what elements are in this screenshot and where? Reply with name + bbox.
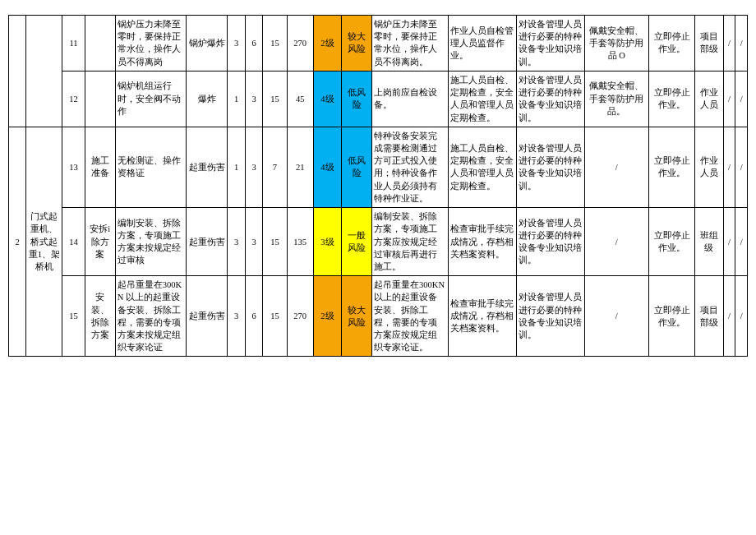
extra-cell-1: / <box>723 208 735 276</box>
inner-seq: 14 <box>62 208 85 276</box>
training-measure: 对设备管理人员进行必要的特种设备专业知识培训。 <box>516 71 584 127</box>
inner-seq: 11 <box>62 16 85 71</box>
val-l: 3 <box>228 276 245 357</box>
stage-cell: 安拆i除方案 <box>85 208 115 276</box>
inner-seq: 15 <box>62 276 85 357</box>
risk-level: 3级 <box>313 208 341 276</box>
val-e: 3 <box>245 71 262 127</box>
emergency-cell: 立即停止作业。 <box>648 276 695 357</box>
table-row: 12锅炉机组运行时，安全阀不动作爆炸1315454级低风险上岗前应自检设备。施工… <box>9 71 748 127</box>
risk-class: 一般风险 <box>341 208 371 276</box>
training-measure: 对设备管理人员进行必要的特种设备专业知识培训。 <box>516 16 584 71</box>
risk-level: 2级 <box>313 276 341 357</box>
responsibility-cell: 作业人员 <box>695 127 723 207</box>
risk-class: 较大风险 <box>341 16 371 71</box>
val-c: 15 <box>263 208 287 276</box>
hazard-desc: 无检测证、操作资格证 <box>115 127 186 207</box>
val-c: 15 <box>263 16 287 71</box>
mgmt-measure: 检查审批手续完成情况，存档相关档案资料。 <box>448 208 516 276</box>
val-l: 3 <box>228 16 245 71</box>
extra-cell-1: / <box>723 276 735 357</box>
val-c: 15 <box>263 276 287 357</box>
risk-level: 2级 <box>313 16 341 71</box>
group-seq-cell: 2 <box>9 127 26 357</box>
responsibility-cell: 项目部级 <box>695 276 723 357</box>
ppe-cell: / <box>584 208 648 276</box>
stage-cell <box>85 71 115 127</box>
table-row: 2门式起重机、桥式起重1、架桥机13施工准备无检测证、操作资格证起重伤害1372… <box>9 127 748 207</box>
ppe-cell: / <box>584 127 648 207</box>
inner-seq: 12 <box>62 71 85 127</box>
val-d: 135 <box>287 208 313 276</box>
risk-level: 4级 <box>313 127 341 207</box>
stage-cell <box>85 16 115 71</box>
accident-type: 爆炸 <box>186 71 228 127</box>
group-seq-cell <box>9 16 26 127</box>
accident-type: 锅炉爆炸 <box>186 16 228 71</box>
extra-cell-2: / <box>735 71 748 127</box>
emergency-cell: 立即停止作业。 <box>648 71 695 127</box>
extra-cell-1: / <box>723 71 735 127</box>
accident-type: 起重伤害 <box>186 276 228 357</box>
accident-type: 起重伤害 <box>186 127 228 207</box>
val-l: 1 <box>228 127 245 207</box>
tech-measure: 特种设备安装完成需要检测通过方可正式投入使用；特种设备作业人员必须持有特种作业证… <box>372 127 449 207</box>
tech-measure: 起吊重量在300KN 以上的起重设备安装、拆除工程，需要的专项方案应按规定组织专… <box>372 276 449 357</box>
val-d: 270 <box>287 276 313 357</box>
inner-seq: 13 <box>62 127 85 207</box>
val-d: 45 <box>287 71 313 127</box>
mgmt-measure: 施工人员自检、定期检查，安全人员和管理人员定期检查。 <box>448 71 516 127</box>
tech-measure: 上岗前应自检设备。 <box>372 71 449 127</box>
extra-cell-2: / <box>735 276 748 357</box>
category-cell <box>26 16 62 127</box>
training-measure: 对设备管理人员进行必要的特种设备专业知识培训。 <box>516 127 584 207</box>
category-cell: 门式起重机、桥式起重1、架桥机 <box>26 127 62 357</box>
val-e: 6 <box>245 276 262 357</box>
tech-measure: 锅炉压力未降至零时，要保持正常水位，操作人员不得离岗。 <box>372 16 449 71</box>
stage-cell: 施工准备 <box>85 127 115 207</box>
risk-assessment-table: 11锅炉压力未降至零时，要保持正常水位，操作人员不得离岗锅炉爆炸36152702… <box>8 15 748 357</box>
emergency-cell: 立即停止作业。 <box>648 208 695 276</box>
responsibility-cell: 班组级 <box>695 208 723 276</box>
extra-cell-2: / <box>735 208 748 276</box>
mgmt-measure: 检查审批手续完成情况，存档相关档案资料。 <box>448 276 516 357</box>
emergency-cell: 立即停止作业。 <box>648 127 695 207</box>
val-c: 7 <box>263 127 287 207</box>
val-d: 21 <box>287 127 313 207</box>
responsibility-cell: 项目部级 <box>695 16 723 71</box>
risk-level: 4级 <box>313 71 341 127</box>
responsibility-cell: 作业人员 <box>695 71 723 127</box>
val-e: 3 <box>245 208 262 276</box>
ppe-cell: 佩戴安全帽、手套等防护用品 O <box>584 16 648 71</box>
mgmt-measure: 作业人员自检管理人员监督作业。 <box>448 16 516 71</box>
emergency-cell: 立即停止作业。 <box>648 16 695 71</box>
risk-class: 低风险 <box>341 127 371 207</box>
training-measure: 对设备管理人员进行必要的特种设备专业知识培训。 <box>516 208 584 276</box>
table-row: 14安拆i除方案编制安装、拆除方案，专项施工方案未按规定经过审核起重伤害3315… <box>9 208 748 276</box>
training-measure: 对设备管理人员进行必要的特种设备专业知识培训。 <box>516 276 584 357</box>
val-c: 15 <box>263 71 287 127</box>
extra-cell-2: / <box>735 127 748 207</box>
hazard-desc: 编制安装、拆除方案，专项施工方案未按规定经过审核 <box>115 208 186 276</box>
val-e: 3 <box>245 127 262 207</box>
hazard-desc: 锅炉机组运行时，安全阀不动作 <box>115 71 186 127</box>
hazard-desc: 起吊重量在300KN 以上的起重设备安装、拆除工程，需要的专项方案未按规定组织专… <box>115 276 186 357</box>
table-row: 15安装、拆除方案起吊重量在300KN 以上的起重设备安装、拆除工程，需要的专项… <box>9 276 748 357</box>
table-row: 11锅炉压力未降至零时，要保持正常水位，操作人员不得离岗锅炉爆炸36152702… <box>9 16 748 71</box>
hazard-desc: 锅炉压力未降至零时，要保持正常水位，操作人员不得离岗 <box>115 16 186 71</box>
val-l: 3 <box>228 208 245 276</box>
mgmt-measure: 施工人员自检、定期检查，安全人员和管理人员定期检查。 <box>448 127 516 207</box>
val-e: 6 <box>245 16 262 71</box>
extra-cell-2: / <box>735 16 748 71</box>
risk-class: 低风险 <box>341 71 371 127</box>
ppe-cell: 佩戴安全帽、手套等防护用品。 <box>584 71 648 127</box>
risk-class: 较大风险 <box>341 276 371 357</box>
stage-cell: 安装、拆除方案 <box>85 276 115 357</box>
extra-cell-1: / <box>723 16 735 71</box>
tech-measure: 编制安装、拆除方案，专项施工方案应按规定经过审核后再进行施工。 <box>372 208 449 276</box>
extra-cell-1: / <box>723 127 735 207</box>
accident-type: 起重伤害 <box>186 208 228 276</box>
val-l: 1 <box>228 71 245 127</box>
ppe-cell: / <box>584 276 648 357</box>
val-d: 270 <box>287 16 313 71</box>
